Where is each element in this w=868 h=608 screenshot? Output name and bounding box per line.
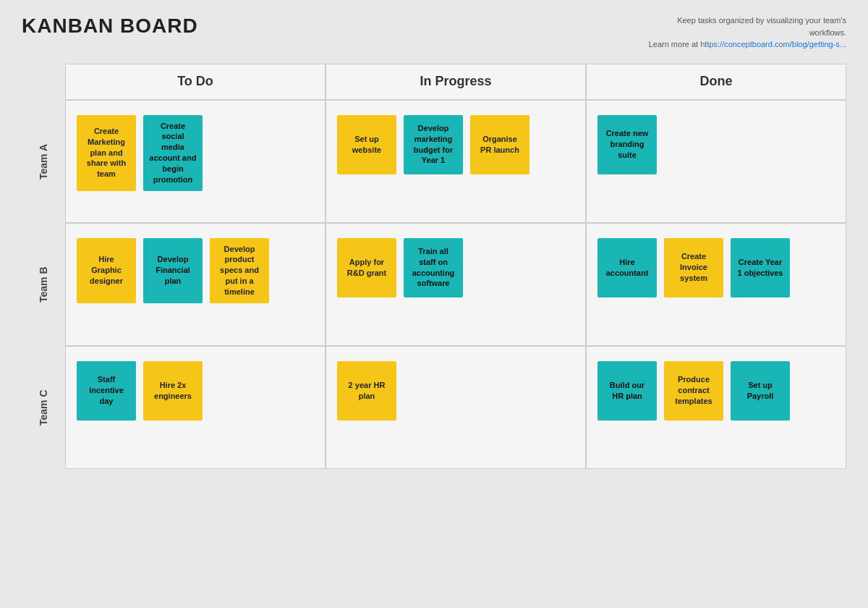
- cell-teamA-todo: Create Marketing plan and share with tea…: [65, 100, 326, 223]
- col-header-todo: To Do: [65, 64, 326, 100]
- card-cell-teamC-done-2[interactable]: Set up Payroll: [731, 361, 790, 421]
- cell-teamC-todo: Staff incentive dayHire 2x engineers: [65, 346, 326, 469]
- card-cell-teamA-todo-0[interactable]: Create Marketing plan and share with tea…: [77, 115, 136, 191]
- card-cell-teamA-done-0[interactable]: Create new branding suite: [597, 115, 657, 174]
- card-cell-teamB-todo-0[interactable]: Hire Graphic designer: [77, 238, 136, 303]
- cell-teamB-done: Hire accountantCreate Invoice systemCrea…: [586, 223, 846, 346]
- row-label-teamC: Team C: [22, 346, 65, 469]
- cell-teamC-done: Build our HR planProduce contract templa…: [586, 346, 846, 469]
- card-cell-teamA-todo-1[interactable]: Create social media account and begin pr…: [143, 115, 203, 191]
- card-cell-teamB-todo-2[interactable]: Develop product specs and put in a timel…: [210, 238, 269, 303]
- card-cell-teamC-done-0[interactable]: Build our HR plan: [597, 361, 657, 421]
- page-header: KANBAN BOARD Keep tasks organized by vis…: [22, 14, 846, 51]
- card-cell-teamC-todo-1[interactable]: Hire 2x engineers: [143, 361, 203, 421]
- card-cell-teamB-todo-1[interactable]: Develop Financial plan: [143, 238, 203, 303]
- card-cell-teamC-done-1[interactable]: Produce contract templates: [664, 361, 723, 421]
- header-link[interactable]: https://conceptboard.com/blog/getting-s.…: [700, 40, 846, 48]
- row-label-teamA: Team A: [22, 100, 65, 223]
- cell-teamB-todo: Hire Graphic designerDevelop Financial p…: [65, 223, 326, 346]
- col-header-done: Done: [586, 64, 846, 100]
- card-cell-teamA-inprogress-0[interactable]: Set up website: [337, 115, 396, 174]
- cell-teamA-inprogress: Set up websiteDevelop marketing budget f…: [326, 100, 586, 223]
- card-cell-teamB-inprogress-0[interactable]: Apply for R&D grant: [337, 238, 396, 297]
- card-cell-teamA-inprogress-2[interactable]: Organise PR launch: [470, 115, 529, 174]
- card-cell-teamB-done-0[interactable]: Hire accountant: [597, 238, 657, 297]
- card-cell-teamA-inprogress-1[interactable]: Develop marketing budget for Year 1: [404, 115, 463, 174]
- cell-teamB-inprogress: Apply for R&D grantTrain all staff on ac…: [326, 223, 586, 346]
- kanban-board: To Do In Progress Done Team A Create Mar…: [22, 64, 846, 469]
- card-cell-teamB-inprogress-1[interactable]: Train all staff on accounting software: [404, 238, 463, 297]
- col-header-inprogress: In Progress: [326, 64, 586, 100]
- cell-teamA-done: Create new branding suite: [586, 100, 846, 223]
- row-label-teamB: Team B: [22, 223, 65, 346]
- header-note: Keep tasks organized by visualizing your…: [644, 14, 846, 51]
- card-cell-teamC-inprogress-0[interactable]: 2 year HR plan: [337, 361, 396, 421]
- card-cell-teamC-todo-0[interactable]: Staff incentive day: [77, 361, 136, 421]
- card-cell-teamB-done-2[interactable]: Create Year 1 objectives: [731, 238, 790, 297]
- card-cell-teamB-done-1[interactable]: Create Invoice system: [664, 238, 723, 297]
- cell-teamC-inprogress: 2 year HR plan: [326, 346, 586, 469]
- corner-cell: [22, 64, 65, 100]
- page-title: KANBAN BOARD: [22, 14, 198, 38]
